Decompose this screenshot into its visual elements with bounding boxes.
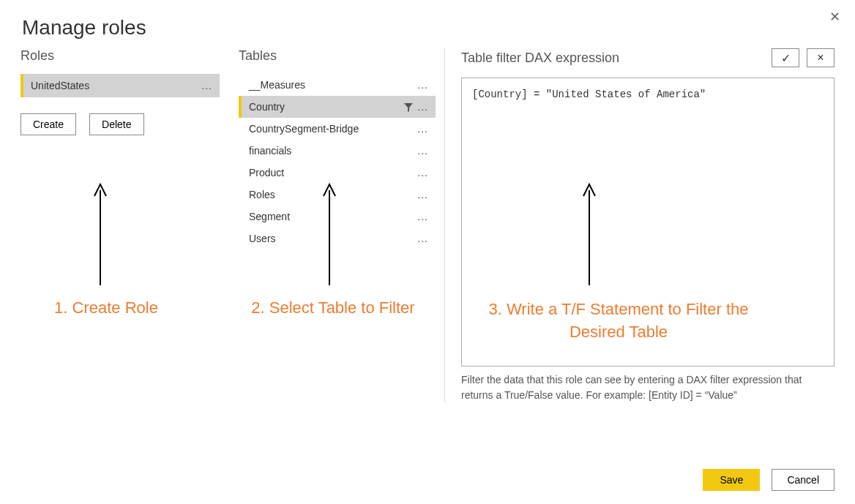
- tables-panel: Tables __Measures ... Country ... Countr…: [233, 48, 445, 403]
- table-more-icon[interactable]: ...: [417, 123, 428, 135]
- table-more-icon[interactable]: ...: [417, 189, 428, 200]
- dax-section-label: Table filter DAX expression: [461, 50, 619, 66]
- tables-list: __Measures ... Country ... CountrySegmen…: [239, 74, 436, 249]
- roles-section-label: Roles: [20, 48, 220, 64]
- roles-panel: Roles UnitedStates ... Create Delete: [20, 48, 233, 403]
- table-more-icon[interactable]: ...: [417, 101, 428, 113]
- table-more-icon[interactable]: ...: [417, 233, 428, 244]
- table-item[interactable]: Users ...: [239, 227, 436, 249]
- dialog-footer: Save Cancel: [703, 469, 835, 491]
- table-more-icon[interactable]: ...: [417, 79, 428, 91]
- table-more-icon[interactable]: ...: [417, 145, 428, 157]
- table-more-icon[interactable]: ...: [417, 167, 428, 178]
- table-name: financials: [249, 145, 291, 157]
- table-item[interactable]: Roles ...: [239, 184, 436, 206]
- table-name: Product: [249, 167, 284, 178]
- dax-panel: Table filter DAX expression ✓ × [Country…: [445, 48, 835, 403]
- dax-expression-text: [Country] = "United States of America": [472, 89, 706, 100]
- create-button[interactable]: Create: [20, 113, 76, 135]
- close-icon[interactable]: ✕: [824, 6, 846, 28]
- table-name: CountrySegment-Bridge: [249, 123, 359, 135]
- save-button[interactable]: Save: [703, 469, 760, 491]
- table-name: Country: [249, 101, 285, 113]
- table-item[interactable]: financials ...: [239, 140, 436, 162]
- table-item[interactable]: __Measures ...: [239, 74, 436, 96]
- cancel-button[interactable]: Cancel: [772, 469, 835, 491]
- table-item[interactable]: CountrySegment-Bridge ...: [239, 118, 436, 140]
- delete-button[interactable]: Delete: [89, 113, 143, 135]
- table-item[interactable]: Segment ...: [239, 206, 436, 227]
- dialog-title: Manage roles: [0, 0, 855, 48]
- table-item-selected[interactable]: Country ...: [239, 96, 436, 118]
- role-more-icon[interactable]: ...: [201, 80, 212, 91]
- table-item[interactable]: Product ...: [239, 162, 436, 184]
- filter-icon: [404, 102, 413, 111]
- table-name: Roles: [249, 189, 275, 200]
- dax-expression-input[interactable]: [Country] = "United States of America": [461, 78, 835, 366]
- table-name: Segment: [249, 211, 290, 222]
- role-item-selected[interactable]: UnitedStates ...: [20, 74, 220, 97]
- dax-hint-text: Filter the data that this role can see b…: [461, 372, 835, 403]
- role-name: UnitedStates: [31, 80, 89, 91]
- table-name: __Measures: [249, 79, 305, 91]
- accept-button[interactable]: ✓: [772, 48, 799, 67]
- table-name: Users: [249, 233, 276, 244]
- reject-button[interactable]: ×: [807, 48, 835, 67]
- table-more-icon[interactable]: ...: [417, 211, 428, 222]
- tables-section-label: Tables: [239, 48, 436, 64]
